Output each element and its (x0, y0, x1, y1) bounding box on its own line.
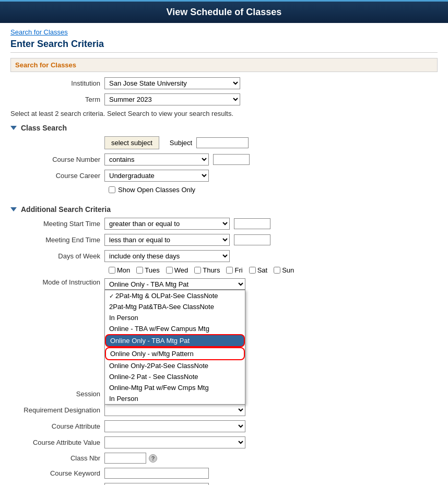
instruction-text: Select at least 2 search criteria. Selec… (10, 110, 438, 117)
breadcrumb[interactable]: Search for Classes (10, 28, 438, 36)
class-nb-label: Class Nbr (10, 454, 104, 462)
sun-checkbox[interactable] (274, 267, 280, 274)
mode-option-8[interactable]: Online-2 Pat - See ClassNote (105, 371, 245, 382)
days-of-week-select[interactable]: include only these days (104, 250, 230, 262)
term-label: Term (10, 96, 104, 103)
course-attribute-value-row: Course Attribute Value (10, 436, 438, 448)
institution-label: Institution (10, 79, 104, 87)
mode-option-2[interactable]: 2Pat-Mtg Pat&TBA-See ClassNote (105, 301, 245, 312)
tues-label: Tues (145, 266, 159, 274)
class-nb-help-icon[interactable]: ? (149, 454, 157, 463)
wed-label: Wed (174, 266, 188, 274)
mode-option-3[interactable]: In Person (105, 312, 245, 323)
show-open-classes-checkbox[interactable] (109, 186, 115, 193)
thurs-label: Thurs (203, 266, 220, 274)
meeting-end-time-row: Meeting End Time less than or equal to (10, 234, 438, 246)
arrow-down-icon-2 (10, 207, 17, 211)
meeting-end-time-label: Meeting End Time (10, 236, 104, 244)
page-title-text: View Schedule of Classes (167, 7, 282, 17)
mode-dropdown-list: 2Pat-Mtg & OLPat-See ClassNote 2Pat-Mtg … (104, 290, 245, 405)
mode-option-6[interactable]: Online Only - w/Mtg Pattern (105, 347, 245, 360)
course-career-select[interactable]: Undergraduate (104, 170, 209, 182)
sat-label: Sat (257, 266, 268, 274)
show-open-classes-row: Show Open Classes Only (109, 186, 438, 194)
fri-label: Fri (234, 266, 242, 274)
page-heading: Enter Search Criteria (10, 39, 438, 53)
thurs-checkbox[interactable] (194, 267, 201, 274)
institution-select[interactable]: San Jose State University (104, 77, 240, 89)
day-checkboxes-row: Mon Tues Wed Thurs Fri Sat Sun (109, 266, 438, 274)
thurs-checkbox-group: Thurs (194, 266, 220, 274)
requirement-designation-select[interactable] (104, 404, 245, 416)
select-subject-row: select subject Subject (10, 136, 438, 149)
course-attribute-value-label: Course Attribute Value (10, 439, 104, 446)
main-container: Search for Classes Enter Search Criteria… (0, 23, 448, 485)
requirement-designation-row: Requirement Designation (10, 404, 438, 416)
days-of-week-row: Days of Week include only these days (10, 250, 438, 262)
term-row: Term Summer 2023 (10, 93, 438, 105)
tues-checkbox-group: Tues (136, 266, 159, 274)
wed-checkbox[interactable] (166, 267, 173, 274)
sun-checkbox-group: Sun (274, 266, 294, 274)
subject-label: Subject (170, 139, 192, 147)
mon-label: Mon (117, 266, 130, 274)
mode-option-9[interactable]: Online-Mtg Pat w/Few Cmps Mtg (105, 382, 245, 393)
course-attribute-select[interactable] (104, 420, 245, 432)
select-subject-button[interactable]: select subject (104, 136, 159, 149)
meeting-start-time-select[interactable]: greater than or equal to (104, 218, 230, 230)
subject-input[interactable] (196, 137, 249, 148)
session-label: Session (10, 390, 104, 398)
course-keyword-label: Course Keyword (10, 469, 104, 477)
meeting-start-time-row: Meeting Start Time greater than or equal… (10, 218, 438, 230)
course-career-label: Course Career (10, 172, 104, 180)
mode-of-instruction-label: Mode of Instruction (10, 278, 104, 286)
course-attribute-row: Course Attribute (10, 420, 438, 432)
course-keyword-row: Course Keyword (10, 468, 438, 479)
class-search-header[interactable]: Class Search (10, 124, 438, 132)
mode-option-4[interactable]: Online - TBA w/Few Campus Mtg (105, 323, 245, 334)
days-of-week-label: Days of Week (10, 252, 104, 260)
sat-checkbox[interactable] (249, 267, 256, 274)
requirement-designation-label: Requirement Designation (10, 406, 104, 414)
course-number-label: Course Number (10, 156, 104, 163)
course-number-row: Course Number contains (10, 153, 438, 165)
mode-dropdown-scroll[interactable]: 2Pat-Mtg & OLPat-See ClassNote 2Pat-Mtg … (105, 290, 245, 404)
sat-checkbox-group: Sat (249, 266, 268, 274)
instructor-last-name-input[interactable] (104, 483, 209, 485)
course-number-operator-select[interactable]: contains (104, 153, 209, 165)
title-bar: View Schedule of Classes (0, 0, 448, 23)
course-keyword-input[interactable] (104, 468, 209, 479)
mode-option-5[interactable]: Online Only - TBA Mtg Pat (105, 334, 245, 347)
meeting-end-time-input[interactable] (234, 234, 270, 245)
meeting-start-time-label: Meeting Start Time (10, 220, 104, 228)
course-attribute-label: Course Attribute (10, 422, 104, 430)
mon-checkbox[interactable] (109, 267, 115, 274)
fri-checkbox-group: Fri (226, 266, 242, 274)
mon-checkbox-group: Mon (109, 266, 130, 274)
course-career-row: Course Career Undergraduate (10, 170, 438, 182)
term-select[interactable]: Summer 2023 (104, 93, 240, 105)
class-nb-row: Class Nbr ? (10, 453, 438, 464)
mode-option-10[interactable]: In Person (105, 393, 245, 404)
meeting-end-time-select[interactable]: less than or equal to (104, 234, 230, 246)
mode-option-7[interactable]: Online Only-2Pat-See ClassNote (105, 360, 245, 371)
tues-checkbox[interactable] (136, 267, 143, 274)
wed-checkbox-group: Wed (166, 266, 188, 274)
institution-row: Institution San Jose State University (10, 77, 438, 89)
instructor-last-name-row: Instructor Last Name (10, 483, 438, 485)
sun-label: Sun (282, 266, 294, 274)
mode-option-1[interactable]: 2Pat-Mtg & OLPat-See ClassNote (105, 290, 245, 301)
class-nb-input[interactable] (104, 453, 146, 464)
mode-of-instruction-row: Mode of Instruction Online Only - TBA Mt… (10, 278, 438, 290)
fri-checkbox[interactable] (226, 267, 233, 274)
arrow-down-icon (10, 126, 17, 130)
section-header: Search for Classes (10, 58, 438, 72)
meeting-start-time-input[interactable] (234, 218, 270, 229)
course-attribute-value-select[interactable] (104, 436, 245, 448)
mode-of-instruction-select[interactable]: Online Only - TBA Mtg Pat (104, 278, 245, 290)
mode-of-instruction-dropdown-container: Online Only - TBA Mtg Pat 2Pat-Mtg & OLP… (104, 278, 245, 290)
course-number-input[interactable] (213, 154, 250, 165)
additional-search-header[interactable]: Additional Search Criteria (10, 205, 438, 214)
show-open-classes-label: Show Open Classes Only (118, 186, 195, 194)
